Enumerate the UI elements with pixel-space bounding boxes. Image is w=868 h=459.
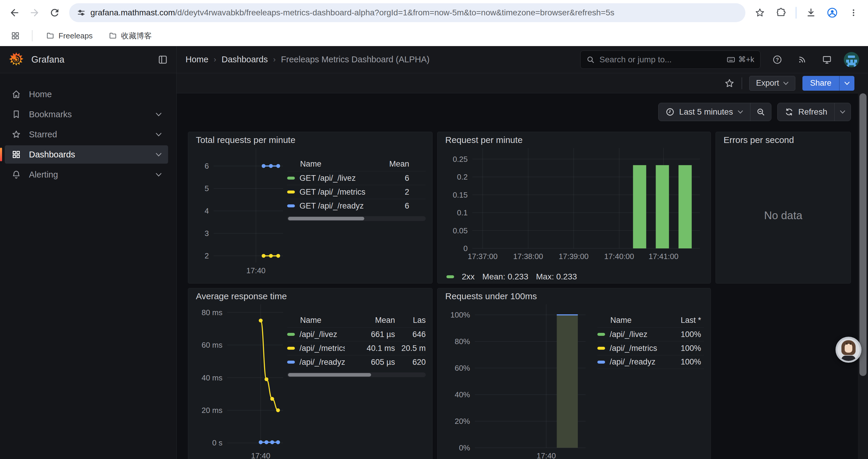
legend-average-response-time: NameMeanLas/api/_/livez661 µs646/api/_/m… — [287, 304, 426, 459]
series-color-swatch — [597, 333, 605, 336]
dock-menu-toggle-icon[interactable] — [157, 54, 168, 65]
sidebar-item-starred[interactable]: Starred — [5, 125, 168, 143]
legend-series-name[interactable]: /api/_/livez — [287, 330, 345, 339]
legend-col-header[interactable]: Name — [287, 316, 345, 325]
sidebar-item-home[interactable]: Home — [5, 85, 168, 103]
url-bar[interactable]: grafana.mathmast.com/d/deytv4rwavabkb/fr… — [69, 3, 745, 22]
zoom-out-time-button[interactable] — [750, 103, 771, 121]
sidebar-item-label: Alerting — [29, 170, 58, 179]
keyboard-icon — [726, 55, 735, 64]
chevron-down-icon — [156, 133, 162, 136]
share-split-button: Share — [802, 76, 855, 91]
breadcrumb-item[interactable]: Home — [186, 55, 208, 64]
panel-requests-under-100ms: Requests under 100ms 100%80%60%40%20%0%1… — [437, 288, 711, 459]
downloads-button[interactable] — [802, 4, 820, 22]
legend-scrollbar-track[interactable] — [287, 216, 426, 221]
refresh-icon — [785, 107, 794, 117]
extensions-button[interactable] — [772, 4, 790, 22]
help-button[interactable]: ? — [769, 52, 785, 68]
legend-col-header[interactable]: Mean — [345, 316, 395, 325]
svg-text:17:41:00: 17:41:00 — [649, 252, 678, 261]
kiosk-mode-button[interactable] — [819, 52, 835, 68]
series-color-swatch — [287, 361, 295, 364]
breadcrumb-item[interactable]: Dashboards — [222, 55, 268, 64]
export-button[interactable]: Export — [749, 76, 795, 91]
legend-scrollbar-track[interactable] — [287, 372, 426, 377]
favorite-dashboard-star-icon[interactable] — [724, 78, 735, 88]
share-button[interactable]: Share — [802, 76, 839, 91]
legend-series-name[interactable]: GET /api/_/metrics — [287, 188, 374, 197]
apps-grid-icon — [11, 31, 20, 40]
reload-button[interactable] — [45, 4, 64, 22]
grafana-logo — [8, 52, 24, 68]
breadcrumb-item: Freeleaps Metrics Dashboard (ALPHA) — [281, 55, 430, 64]
floating-assistant-avatar[interactable] — [836, 337, 862, 363]
legend-total-requests: NameMeanGET /api/_/livez6GET /api/_/metr… — [287, 148, 426, 275]
legend-col-header[interactable]: Name — [597, 316, 660, 325]
forward-icon — [29, 7, 40, 18]
profile-icon — [827, 7, 838, 18]
page-scrollbar-thumb[interactable] — [860, 93, 867, 376]
svg-text:60%: 60% — [455, 364, 470, 372]
legend-series-name[interactable]: /api/_/metrics — [287, 344, 345, 353]
svg-text:5: 5 — [205, 184, 209, 193]
bookmark-label: Freeleaps — [59, 31, 93, 40]
profile-button[interactable] — [823, 4, 841, 22]
search-input[interactable]: Search or jump to... ⌘+k — [580, 51, 761, 69]
share-menu-button[interactable] — [839, 76, 855, 91]
bookmark-folder[interactable]: 收藏博客 — [104, 29, 156, 43]
no-data-message: No data — [722, 148, 844, 283]
news-button[interactable] — [794, 52, 810, 68]
legend-series-name[interactable]: GET /api/_/readyz — [287, 201, 374, 210]
legend-series-name[interactable]: /api/_/readyz — [287, 358, 345, 367]
url-text: grafana.mathmast.com/d/deytv4rwavabkb/fr… — [90, 8, 614, 18]
bookmark-folder[interactable]: Freeleaps — [42, 30, 97, 42]
panel-title[interactable]: Requests under 100ms — [444, 288, 704, 304]
bookmark-page-button[interactable] — [751, 4, 769, 22]
series-color-swatch — [597, 361, 605, 364]
apps-shortcut-button[interactable] — [8, 29, 23, 43]
kebab-menu-icon — [849, 8, 858, 17]
refresh-group: Refresh — [777, 103, 851, 121]
sidebar-item-alerting[interactable]: Alerting — [5, 165, 168, 184]
panel-title[interactable]: Errors per second — [722, 132, 844, 148]
legend-col-header[interactable]: Mean — [374, 160, 409, 169]
user-avatar[interactable] — [844, 52, 859, 67]
legend-series-name[interactable]: /api/_/livez — [597, 330, 660, 339]
legend-col-header[interactable]: Name — [287, 160, 374, 169]
legend-series-name[interactable]: GET /api/_/livez — [287, 174, 374, 183]
time-controls: Last 5 minutes Refresh — [188, 103, 851, 121]
legend-series-name[interactable]: /api/_/metrics — [597, 344, 660, 353]
forward-button[interactable] — [25, 4, 44, 22]
chart-average-response-time: 80 ms60 ms40 ms20 ms0 s17:40 — [195, 304, 287, 459]
legend-scrollbar-thumb[interactable] — [288, 373, 371, 376]
legend-row: GET /api/_/readyz6 — [287, 199, 426, 213]
svg-text:0.1: 0.1 — [457, 208, 468, 217]
legend-row: /api/_/metrics100% — [597, 341, 704, 355]
back-button[interactable] — [5, 4, 24, 22]
dashboard-actions-bar: Export Share — [177, 73, 868, 93]
panel-title[interactable]: Total requests per minute — [195, 132, 426, 148]
legend-value: 6 — [374, 174, 409, 183]
legend-series-name[interactable]: /api/_/readyz — [597, 357, 660, 366]
sidebar-item-label: Home — [29, 90, 52, 99]
legend-scrollbar-thumb[interactable] — [288, 217, 364, 220]
legend-value: 20.5 m — [395, 344, 426, 353]
legend-col-header[interactable]: Las — [395, 316, 426, 325]
star-icon — [755, 8, 765, 18]
refresh-interval-button[interactable] — [835, 103, 850, 121]
time-range-picker[interactable]: Last 5 minutes — [658, 103, 750, 121]
sidebar-item-bookmarks[interactable]: Bookmarks — [5, 105, 168, 124]
home-icon — [11, 89, 21, 99]
panel-title[interactable]: Request per minute — [444, 132, 704, 148]
legend-series-name[interactable]: 2xx — [462, 272, 475, 282]
browser-menu-button[interactable] — [844, 4, 863, 22]
sidebar-item-dashboards[interactable]: Dashboards — [5, 145, 168, 164]
panel-title[interactable]: Average response time — [195, 288, 426, 304]
svg-text:20 ms: 20 ms — [202, 406, 222, 415]
time-picker-group: Last 5 minutes — [658, 103, 771, 121]
legend-row: /api/_/livez661 µs646 — [287, 327, 426, 341]
legend-col-header[interactable]: Last * — [660, 316, 701, 325]
refresh-button[interactable]: Refresh — [778, 103, 834, 121]
legend-value: 2 — [374, 188, 409, 197]
